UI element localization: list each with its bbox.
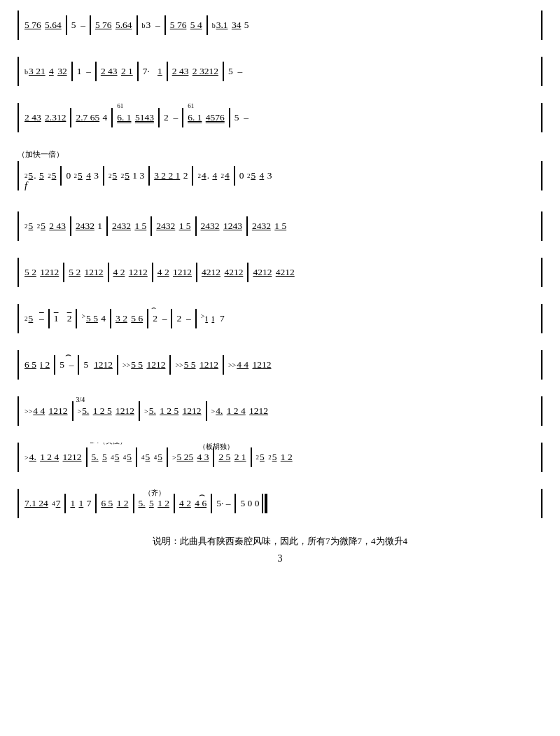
measure-8-3: 5 1212 [82,359,114,370]
double-bar-end [262,494,267,513]
measure-2-4: 7· 1 [141,66,164,77]
measure-8-6: >>4 4 1212 [227,359,273,370]
measure-11-2: 1 1 7 [69,498,92,509]
measure-11-4: （齐） 5. 5 1 2 [137,498,172,509]
score-line-7: 25 – 1 2 >5 5 4 3 2 5 6 ⌢ 2 – 2 – [18,304,542,333]
measure-2-6: 5 – [227,66,244,77]
measure-5-2: 2432 1 [74,221,104,232]
measure-3-3: 61 6. 1 5143 [115,112,155,123]
measure-11-3: 6 5 1 2 [99,498,130,509]
measure-4-3: 25 25 1 3 [107,170,146,181]
measure-11-5: ⌢ 4 2 4 6 [178,498,208,509]
measure-6-6: 4212 4212 [251,267,295,278]
score-line-5: 25 25 2 43 2432 1 2432 1 5 2432 1 5 2432… [18,211,542,241]
page-number: 3 [18,553,542,564]
measure-2-1: b3 21 4 32 [23,66,69,77]
score-line-10: >4. 1 2 4 1212 2/4（突慢） 5. 5 45 45 45 45 … [18,443,542,472]
measure-6-5: 4212 4212 [200,267,244,278]
measure-5-1: 25 25 2 43 [23,221,67,232]
measure-5-5: 2432 1243 [200,221,244,232]
measure-6-3: 4 2 1212 [112,267,149,278]
measure-5-4: 2432 1 5 [155,221,192,232]
measure-7-4: 3 2 5 6 [114,313,144,324]
measure-11-7: 5 0 0 [239,498,260,509]
measure-3-5: 61 6. 1 4576 [186,112,226,123]
score-line-1: 5 76 5.64 5 – 5 76 5.64 b3 – 5 76 5 4 b3… [18,11,542,40]
measure-5-6: 2432 1 5 [251,221,288,232]
measure-9-2: 3/4 >5. 1 2 5 1212 [76,405,136,417]
measure-6-1: 5 2 1212 [23,267,60,278]
measure-7-1: 25 – [23,313,46,324]
measure-3-1: 2 43 2.312 [23,112,67,123]
score-line-9: >>4 4 1212 3/4 >5. 1 2 5 1212 >5. 1 2 5 … [18,396,542,426]
measure-7-6: 2 – [175,313,192,324]
score-line-8: 6 5 i 2 ⌢ 5 – 5 1212 >>5 5 1212 >>5 5 12… [18,350,542,380]
measure-7-3: >5 5 4 [80,312,107,326]
measure-10-6: 25 25 1 2 [255,452,294,463]
measure-1-2: 5 – [70,20,87,31]
measure-1-4: b3 – [141,20,162,31]
measure-10-2: 2/4（突慢） 5. 5 45 45 [90,452,134,463]
score-line-6: 5 2 1212 5 2 1212 4 2 1212 4 2 1212 4212… [18,258,542,287]
measure-1-6: b3.1 34 5 [211,20,251,31]
measure-10-1: >4. 1 2 4 1212 [23,452,83,463]
measure-1-1: 5 76 5.64 [23,20,63,31]
measure-2-3: 2 43 2 1 [99,66,134,77]
measure-1-5: 5 76 5 4 [169,20,204,31]
measure-6-2: 5 2 1212 [67,267,104,278]
measure-8-5: >>5 5 1212 [174,359,220,370]
measure-4-6: 0 25 4 3 [238,170,274,181]
measure-9-3: >5. 1 2 5 1212 [143,405,203,417]
tempo-mark-4: （加快一倍） [18,149,542,160]
measure-10-5: 2 5 2 1 [217,452,247,463]
measure-4-4: 3 2 2 1 2 [153,170,189,181]
measure-7-7: >i i 7 [200,312,226,326]
measure-4-2: 0 25 4 3 [64,170,100,181]
measure-8-4: >>5 5 1212 [121,359,167,370]
measure-10-4: （板胡独） >5 25 4 3 [171,452,211,463]
score-page: 5 76 5.64 5 – 5 76 5.64 b3 – 5 76 5 4 b3… [14,7,546,568]
measure-10-3: 45 45 [140,452,164,463]
score-line-2: b3 21 4 32 1 – 2 43 2 1 7· 1 2 43 2 3212… [18,57,542,86]
measure-1-3: 5 76 5.64 [94,20,134,31]
measure-2-5: 2 43 2 3212 [171,66,220,77]
measure-5-3: 2432 1 5 [111,221,148,232]
score-line-4: （加快一倍） 25. 5 25 f 0 25 4 3 25 25 1 3 3 2… [18,149,542,190]
measure-3-4: 2 – [162,112,179,123]
measure-3-6: 5 – [233,112,250,123]
measure-2-2: 1 – [76,66,92,77]
footnote: 说明：此曲具有陕西秦腔风味，因此，所有7为微降7，4为微升4 [18,535,542,548]
measure-9-4: >4. 1 2 4 1212 [210,405,270,417]
score-line-3: 2 43 2.312 2.7 65 4 61 6. 1 5143 2 – 61 … [18,103,542,132]
score-line-11: 7.1 24 47 1 1 7 6 5 1 2 （齐） 5. 5 1 2 ⌢ 4… [18,489,542,518]
measure-11-6: 5· – [215,498,232,509]
measure-4-5: 24. 4 24 [196,170,230,181]
measure-7-5: ⌢ 2 – [151,313,168,324]
measure-9-1: >>4 4 1212 [23,405,69,417]
measure-7-2: 1 2 [52,313,74,324]
measure-4-1: 25. 5 25 f [23,170,57,181]
measure-11-1: 7.1 24 47 [23,498,62,509]
measure-3-2: 2.7 65 4 [74,112,108,123]
measure-8-1: 6 5 i 2 [23,359,51,370]
measure-8-2: ⌢ 5 – [58,359,75,370]
measure-6-4: 4 2 1212 [156,267,193,278]
